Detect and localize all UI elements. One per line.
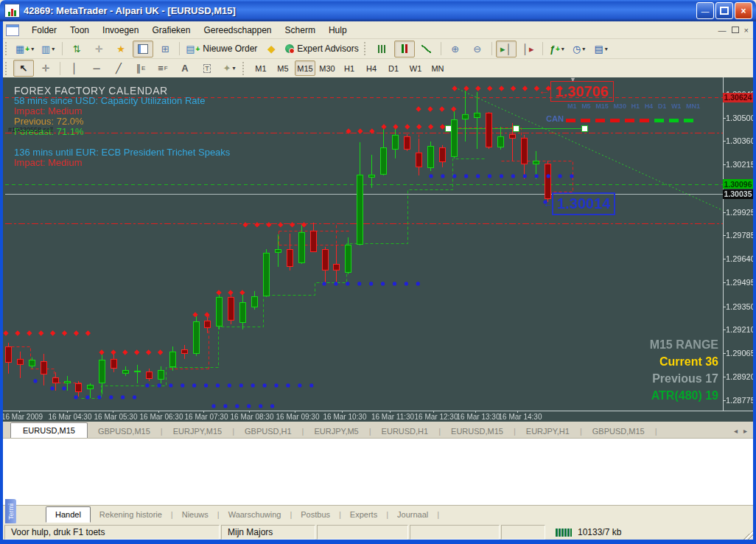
timeframe-button-m1[interactable]: M1 <box>251 60 271 76</box>
chart-tab-eurusd-m15[interactable]: EURUSD,M15 <box>441 425 514 438</box>
child-minimize-icon[interactable]: — <box>718 26 727 35</box>
terminal-tab-postbus[interactable]: Postbus <box>292 507 339 522</box>
terminal-tab-nieuws[interactable]: Nieuws <box>173 507 217 522</box>
fibonacci-tool-icon[interactable]: ≡F <box>153 60 173 77</box>
news-title: FOREX FACTORY CALENDAR <box>14 86 230 96</box>
chart-tab-gbpusd-h1[interactable]: GBPUSD,H1 <box>234 425 302 438</box>
new-order-label: Nieuwe Order <box>203 43 257 54</box>
news-line-1: Impact: Medium <box>14 106 230 116</box>
text-tool-icon[interactable]: A <box>175 60 195 77</box>
timeframe-button-m5[interactable]: M5 <box>273 60 293 76</box>
zoom-out-icon[interactable]: ⊖ <box>467 41 488 57</box>
new-chart-button[interactable]: ▦+▾ <box>13 41 36 57</box>
terminal-tab-experts[interactable]: Experts <box>341 507 386 522</box>
toolbar-grip[interactable] <box>5 62 10 75</box>
tab-scroll-right-icon[interactable]: ▸ <box>743 427 747 435</box>
range-panel: M15 RANGE Current 36 Previous 17 ATR(480… <box>650 336 718 404</box>
close-button[interactable]: × <box>735 2 752 19</box>
terminal-tab-bar: HandelRekening historie|Nieuws|Waarschuw… <box>3 506 753 523</box>
timeframe-button-h1[interactable]: H1 <box>339 60 360 76</box>
favorites-icon[interactable]: ★ <box>111 41 131 57</box>
chart-tab-eurusd-h1[interactable]: EURUSD,H1 <box>371 425 439 438</box>
can-tf-d1: D1 <box>658 102 667 110</box>
high-price-label[interactable]: 1.30706 <box>550 81 614 102</box>
bar-chart-icon[interactable] <box>372 41 393 57</box>
terminal-tab-journaal[interactable]: Journaal <box>388 507 437 522</box>
navigator-icon[interactable] <box>133 41 153 57</box>
chart-tab-eurusd-m15[interactable]: EURUSD,M15 <box>10 422 88 438</box>
trendline-tool-icon[interactable]: ╱ <box>108 60 129 77</box>
child-restore-icon[interactable] <box>732 27 739 33</box>
terminal-tab-handel[interactable]: Handel <box>46 506 91 523</box>
time-label: 16 Mar 07:30 <box>185 413 228 421</box>
timeframe-button-w1[interactable]: W1 <box>405 60 426 76</box>
can-tf-m30: M30 <box>613 102 626 110</box>
chart-tab-gbpusd-m15[interactable]: GBPUSD,M15 <box>88 425 161 438</box>
time-label: 16 Mar 06:30 <box>140 413 183 421</box>
chart-tab-eurjpy-m15[interactable]: EURJPY,M15 <box>163 425 232 438</box>
resize-grip-icon[interactable] <box>743 530 753 540</box>
vertical-line-tool-icon[interactable]: │ <box>64 60 85 77</box>
chart-shift-icon[interactable]: │▸ <box>518 41 539 57</box>
terminal-tab-waarschuwing[interactable]: Waarschuwing <box>220 507 290 522</box>
new-order-button[interactable]: ▤+Nieuwe Order <box>183 41 259 57</box>
cursor-tool-icon[interactable]: ↖ <box>13 60 34 77</box>
menu-item-scherm[interactable]: Scherm <box>279 23 322 38</box>
candlestick-chart-icon[interactable] <box>394 41 415 57</box>
auto-scroll-icon[interactable]: ▸│ <box>496 41 517 57</box>
menu-item-hulp[interactable]: Hulp <box>322 23 354 38</box>
news-line-2: Previous: 72.0% <box>14 116 230 127</box>
chart-area[interactable]: FOREX FACTORY CALENDAR 58 mins since USD… <box>3 77 753 422</box>
low-price-label[interactable]: 1.30014 <box>552 192 615 215</box>
tab-scroll-left-icon[interactable]: ◂ <box>734 427 738 435</box>
crosshair-tool-icon[interactable]: ✛ <box>35 60 56 77</box>
can-indicator-label: CAN <box>546 114 564 123</box>
market-watch-icon[interactable]: ⇅ <box>66 41 87 57</box>
can-dash-7 <box>669 119 679 122</box>
news-line-4 <box>14 137 230 147</box>
minimize-button[interactable]: — <box>696 2 714 19</box>
profiles-button[interactable]: ▥▾ <box>38 41 58 57</box>
toolbar-grip[interactable] <box>5 42 10 55</box>
time-label: 16 Mar 14:30 <box>499 413 542 421</box>
chart-tab-eurjpy-h1[interactable]: EURJPY,H1 <box>516 425 580 438</box>
channel-tool-icon[interactable]: ∥E <box>130 60 151 77</box>
timeframe-button-m30[interactable]: M30 <box>317 60 337 76</box>
expert-advisors-button[interactable]: Expert Advisors <box>283 41 360 57</box>
chart-tab-gbpusd-m15[interactable]: GBPUSD,M15 <box>582 425 655 438</box>
time-label: 16 Mar 13:30 <box>457 413 500 421</box>
crosshair-nav-icon[interactable]: ✛ <box>88 41 109 57</box>
menu-item-invoegen[interactable]: Invoegen <box>96 23 145 38</box>
terminal-side-tab[interactable]: Termi <box>5 499 16 524</box>
arrows-tool-icon[interactable]: ✦▾ <box>219 60 239 77</box>
text-label-tool-icon[interactable]: T <box>197 60 217 77</box>
chart-window-icon[interactable] <box>6 24 19 36</box>
metaeditor-icon[interactable]: ◆ <box>261 41 281 57</box>
timeframe-button-h4[interactable]: H4 <box>361 60 382 76</box>
periods-button[interactable]: ◷▾ <box>569 41 589 57</box>
menu-item-gereedschappen[interactable]: Gereedschappen <box>197 23 278 38</box>
menu-item-folder[interactable]: Folder <box>25 23 63 38</box>
price-tick-1.29495: 1.29495 <box>726 278 753 287</box>
data-window-icon[interactable]: ⊞ <box>155 41 175 57</box>
timeframe-button-m15[interactable]: M15 <box>295 60 315 76</box>
timeframe-button-mn[interactable]: MN <box>427 60 448 76</box>
chart-tab-eurjpy-m5[interactable]: EURJPY,M5 <box>304 425 368 438</box>
status-profile[interactable]: Mijn Majors <box>221 525 315 540</box>
menu-item-toon[interactable]: Toon <box>63 23 96 38</box>
child-close-icon[interactable]: × <box>744 26 749 35</box>
metatrader-window: 42869: MetaTrader - Alpari UK - [EURUSD,… <box>0 0 756 544</box>
maximize-button[interactable] <box>715 2 733 19</box>
indicators-button[interactable]: ƒ+▾ <box>547 41 567 57</box>
timeframe-button-d1[interactable]: D1 <box>383 60 404 76</box>
line-chart-icon[interactable] <box>416 41 437 57</box>
terminal-tab-rekening-historie[interactable]: Rekening historie <box>91 507 171 522</box>
templates-button[interactable]: ▤▾ <box>591 41 612 57</box>
high-arrow-icon: ← <box>539 84 550 97</box>
horizontal-line-tool-icon[interactable]: ─ <box>86 60 107 77</box>
zoom-in-icon[interactable]: ⊕ <box>445 41 466 57</box>
can-dash-8 <box>684 119 693 122</box>
window-frame: FolderToonInvoegenGrafiekenGereedschappe… <box>0 21 756 544</box>
menu-item-grafieken[interactable]: Grafieken <box>145 23 197 38</box>
news-line-0: 58 mins since USD: Capacity Utilization … <box>14 96 230 106</box>
